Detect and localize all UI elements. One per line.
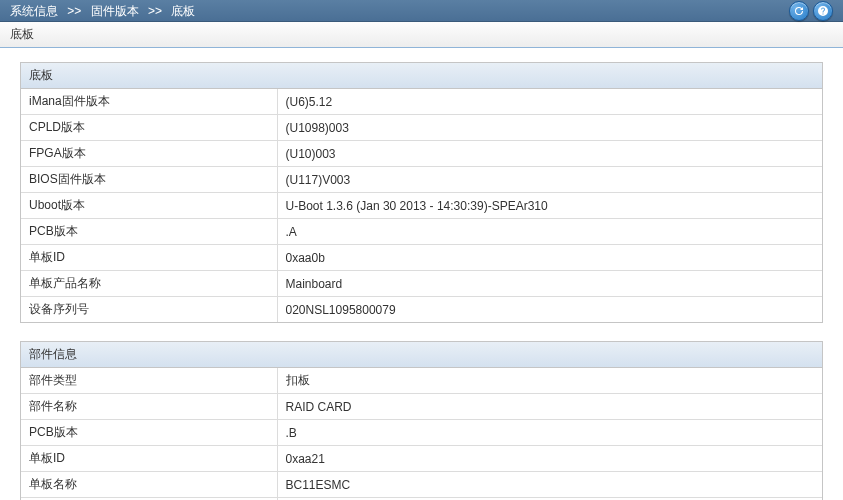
- row-value: U-Boot 1.3.6 (Jan 30 2013 - 14:30:39)-SP…: [277, 193, 822, 219]
- breadcrumb-sep: >>: [67, 4, 81, 18]
- row-value: .B: [277, 420, 822, 446]
- table-row: FPGA版本(U10)003: [21, 141, 822, 167]
- breadcrumb: 系统信息 >> 固件版本 >> 底板: [10, 0, 195, 22]
- table-row: 单板产品名称Mainboard: [21, 271, 822, 297]
- row-label: BIOS固件版本: [21, 167, 277, 193]
- breadcrumb-item-3: 底板: [171, 4, 195, 18]
- row-value: 扣板: [277, 368, 822, 394]
- table-row: 单板ID0xaa0b: [21, 245, 822, 271]
- row-label: 单板名称: [21, 472, 277, 498]
- table-row: CPLD版本(U1098)003: [21, 115, 822, 141]
- row-value: 0xaa0b: [277, 245, 822, 271]
- row-label: 部件名称: [21, 394, 277, 420]
- row-value: RAID CARD: [277, 394, 822, 420]
- row-value: (U117)V003: [277, 167, 822, 193]
- page-header: 系统信息 >> 固件版本 >> 底板: [0, 0, 843, 22]
- row-value: (U10)003: [277, 141, 822, 167]
- refresh-button[interactable]: [789, 1, 809, 21]
- row-value: .A: [277, 219, 822, 245]
- breadcrumb-item-1[interactable]: 系统信息: [10, 4, 58, 18]
- panel-title: 底板: [29, 68, 53, 82]
- table-row: 部件名称RAID CARD: [21, 394, 822, 420]
- table-row: Uboot版本U-Boot 1.3.6 (Jan 30 2013 - 14:30…: [21, 193, 822, 219]
- row-value: 020NSL1095800079: [277, 297, 822, 323]
- row-value: BC11ESMC: [277, 472, 822, 498]
- row-label: 单板ID: [21, 446, 277, 472]
- row-value: Mainboard: [277, 271, 822, 297]
- row-label: PCB版本: [21, 219, 277, 245]
- row-label: FPGA版本: [21, 141, 277, 167]
- row-label: 单板产品名称: [21, 271, 277, 297]
- table-row: 单板名称BC11ESMC: [21, 472, 822, 498]
- subheader-title: 底板: [10, 27, 34, 41]
- table-row: BIOS固件版本(U117)V003: [21, 167, 822, 193]
- table-row: PCB版本.A: [21, 219, 822, 245]
- baseboard-table: iMana固件版本(U6)5.12 CPLD版本(U1098)003 FPGA版…: [21, 89, 822, 322]
- row-label: 部件类型: [21, 368, 277, 394]
- panel-title: 部件信息: [29, 347, 77, 361]
- table-row: 部件类型扣板: [21, 368, 822, 394]
- table-row: 单板ID0xaa21: [21, 446, 822, 472]
- table-row: iMana固件版本(U6)5.12: [21, 89, 822, 115]
- panel-header: 部件信息: [21, 342, 822, 368]
- row-value: (U6)5.12: [277, 89, 822, 115]
- row-label: Uboot版本: [21, 193, 277, 219]
- panel-component: 部件信息 部件类型扣板 部件名称RAID CARD PCB版本.B 单板ID0x…: [20, 341, 823, 500]
- header-actions: [789, 1, 833, 21]
- table-row: 设备序列号020NSL1095800079: [21, 297, 822, 323]
- table-row: PCB版本.B: [21, 420, 822, 446]
- panel-baseboard: 底板 iMana固件版本(U6)5.12 CPLD版本(U1098)003 FP…: [20, 62, 823, 323]
- content-area: 底板 iMana固件版本(U6)5.12 CPLD版本(U1098)003 FP…: [0, 48, 843, 500]
- component-table: 部件类型扣板 部件名称RAID CARD PCB版本.B 单板ID0xaa21 …: [21, 368, 822, 500]
- panel-header: 底板: [21, 63, 822, 89]
- row-value: 0xaa21: [277, 446, 822, 472]
- help-icon: [817, 5, 829, 17]
- row-label: iMana固件版本: [21, 89, 277, 115]
- refresh-icon: [793, 5, 805, 17]
- row-label: CPLD版本: [21, 115, 277, 141]
- breadcrumb-sep: >>: [148, 4, 162, 18]
- row-label: 单板ID: [21, 245, 277, 271]
- row-label: PCB版本: [21, 420, 277, 446]
- breadcrumb-item-2[interactable]: 固件版本: [91, 4, 139, 18]
- row-label: 设备序列号: [21, 297, 277, 323]
- row-value: (U1098)003: [277, 115, 822, 141]
- help-button[interactable]: [813, 1, 833, 21]
- subheader: 底板: [0, 22, 843, 48]
